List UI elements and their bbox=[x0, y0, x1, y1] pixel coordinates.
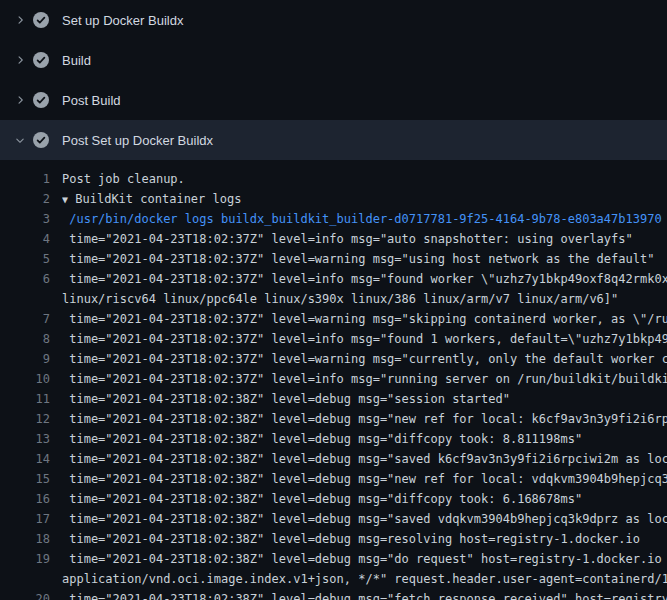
log-line: 9 time="2021-04-23T18:02:37Z" level=warn… bbox=[0, 349, 667, 369]
log-line-number[interactable]: 1 bbox=[0, 169, 50, 189]
log-line: 2▼ BuildKit container logs bbox=[0, 189, 667, 209]
log-line: linux/riscv64 linux/ppc64le linux/s390x … bbox=[0, 289, 667, 309]
log-command-text: /usr/bin/docker logs buildx_buildkit_bui… bbox=[62, 209, 667, 229]
step-header-build[interactable]: Build bbox=[0, 40, 667, 80]
log-line-number[interactable]: 13 bbox=[0, 429, 50, 449]
check-circle-icon bbox=[33, 92, 49, 108]
log-line: 12 time="2021-04-23T18:02:38Z" level=deb… bbox=[0, 409, 667, 429]
log-line: 3 /usr/bin/docker logs buildx_buildkit_b… bbox=[0, 209, 667, 229]
log-line-text: time="2021-04-23T18:02:37Z" level=warnin… bbox=[62, 309, 667, 329]
log-line-text: time="2021-04-23T18:02:38Z" level=debug … bbox=[62, 589, 667, 600]
step-header-post-build[interactable]: Post Build bbox=[0, 80, 667, 120]
log-line-text: application/vnd.oci.image.index.v1+json,… bbox=[62, 569, 667, 589]
chevron-right-icon bbox=[14, 52, 28, 68]
log-line: application/vnd.oci.image.index.v1+json,… bbox=[0, 569, 667, 589]
log-line-number[interactable]: 15 bbox=[0, 469, 50, 489]
log-line-text: time="2021-04-23T18:02:37Z" level=info m… bbox=[62, 369, 667, 389]
log-line: 1Post job cleanup. bbox=[0, 169, 667, 189]
log-line-number[interactable]: 9 bbox=[0, 349, 50, 369]
log-line-text: time="2021-04-23T18:02:37Z" level=warnin… bbox=[62, 349, 667, 369]
step-title: Set up Docker Buildx bbox=[62, 13, 183, 28]
step-title: Build bbox=[62, 53, 91, 68]
log-line-text: Post job cleanup. bbox=[62, 169, 667, 189]
log-line-number[interactable]: 3 bbox=[0, 209, 50, 229]
log-line-text: time="2021-04-23T18:02:38Z" level=debug … bbox=[62, 529, 667, 549]
log-line-number[interactable]: 4 bbox=[0, 229, 50, 249]
chevron-right-icon bbox=[14, 92, 28, 108]
step-header-set-up-docker-buildx[interactable]: Set up Docker Buildx bbox=[0, 0, 667, 40]
step-list: Set up Docker BuildxBuildPost BuildPost … bbox=[0, 0, 667, 160]
log-output: 1Post job cleanup.2▼ BuildKit container … bbox=[0, 160, 667, 600]
log-line-text: time="2021-04-23T18:02:37Z" level=info m… bbox=[62, 269, 667, 289]
log-line: 15 time="2021-04-23T18:02:38Z" level=deb… bbox=[0, 469, 667, 489]
log-line-number[interactable]: 12 bbox=[0, 409, 50, 429]
check-circle-icon bbox=[33, 132, 49, 148]
log-line-text: time="2021-04-23T18:02:38Z" level=debug … bbox=[62, 409, 667, 429]
log-line-number[interactable]: 10 bbox=[0, 369, 50, 389]
log-line: 8 time="2021-04-23T18:02:37Z" level=info… bbox=[0, 329, 667, 349]
log-line-text: time="2021-04-23T18:02:38Z" level=debug … bbox=[62, 549, 667, 569]
log-line: 19 time="2021-04-23T18:02:38Z" level=deb… bbox=[0, 549, 667, 569]
log-line: 17 time="2021-04-23T18:02:38Z" level=deb… bbox=[0, 509, 667, 529]
log-line-text: time="2021-04-23T18:02:37Z" level=warnin… bbox=[62, 249, 667, 269]
log-line-number bbox=[0, 289, 50, 309]
log-line: 11 time="2021-04-23T18:02:38Z" level=deb… bbox=[0, 389, 667, 409]
log-line-number[interactable]: 5 bbox=[0, 249, 50, 269]
log-line-number[interactable]: 18 bbox=[0, 529, 50, 549]
chevron-right-icon bbox=[14, 12, 28, 28]
log-group-title: BuildKit container logs bbox=[68, 192, 241, 206]
log-line-number[interactable]: 20 bbox=[0, 589, 50, 600]
log-line-text: linux/riscv64 linux/ppc64le linux/s390x … bbox=[62, 289, 667, 309]
log-line-number[interactable]: 14 bbox=[0, 449, 50, 469]
log-line-number[interactable]: 11 bbox=[0, 389, 50, 409]
log-line: 14 time="2021-04-23T18:02:38Z" level=deb… bbox=[0, 449, 667, 469]
log-line-text: time="2021-04-23T18:02:38Z" level=debug … bbox=[62, 469, 667, 489]
step-header-post-set-up-docker-buildx[interactable]: Post Set up Docker Buildx bbox=[0, 120, 667, 160]
log-line-number[interactable]: 7 bbox=[0, 309, 50, 329]
log-line-text: time="2021-04-23T18:02:37Z" level=info m… bbox=[62, 329, 667, 349]
log-line: 18 time="2021-04-23T18:02:38Z" level=deb… bbox=[0, 529, 667, 549]
log-line-text: time="2021-04-23T18:02:38Z" level=debug … bbox=[62, 489, 667, 509]
log-line: 13 time="2021-04-23T18:02:38Z" level=deb… bbox=[0, 429, 667, 449]
log-line-text: ▼ BuildKit container logs bbox=[62, 189, 667, 209]
log-line-number[interactable]: 6 bbox=[0, 269, 50, 289]
log-line: 16 time="2021-04-23T18:02:38Z" level=deb… bbox=[0, 489, 667, 509]
log-line: 4 time="2021-04-23T18:02:37Z" level=info… bbox=[0, 229, 667, 249]
log-line-number[interactable]: 8 bbox=[0, 329, 50, 349]
log-line-number bbox=[0, 569, 50, 589]
log-line: 7 time="2021-04-23T18:02:37Z" level=warn… bbox=[0, 309, 667, 329]
log-line-number[interactable]: 2 bbox=[0, 189, 50, 209]
log-line-number[interactable]: 16 bbox=[0, 489, 50, 509]
step-title: Post Build bbox=[62, 93, 121, 108]
log-line: 20 time="2021-04-23T18:02:38Z" level=deb… bbox=[0, 589, 667, 600]
log-line-text: time="2021-04-23T18:02:38Z" level=debug … bbox=[62, 509, 667, 529]
log-line: 5 time="2021-04-23T18:02:37Z" level=warn… bbox=[0, 249, 667, 269]
log-line-text: time="2021-04-23T18:02:37Z" level=info m… bbox=[62, 229, 667, 249]
log-line: 6 time="2021-04-23T18:02:37Z" level=info… bbox=[0, 269, 667, 289]
log-line-number[interactable]: 19 bbox=[0, 549, 50, 569]
chevron-down-icon bbox=[14, 132, 28, 148]
actions-log-viewer: Set up Docker BuildxBuildPost BuildPost … bbox=[0, 0, 667, 600]
check-circle-icon bbox=[33, 52, 49, 68]
log-line: 10 time="2021-04-23T18:02:37Z" level=inf… bbox=[0, 369, 667, 389]
log-line-text: time="2021-04-23T18:02:38Z" level=debug … bbox=[62, 429, 667, 449]
log-line-text: time="2021-04-23T18:02:38Z" level=debug … bbox=[62, 449, 667, 469]
log-line-number[interactable]: 17 bbox=[0, 509, 50, 529]
check-circle-icon bbox=[33, 12, 49, 28]
step-title: Post Set up Docker Buildx bbox=[62, 133, 213, 148]
log-line-text: time="2021-04-23T18:02:38Z" level=debug … bbox=[62, 389, 667, 409]
